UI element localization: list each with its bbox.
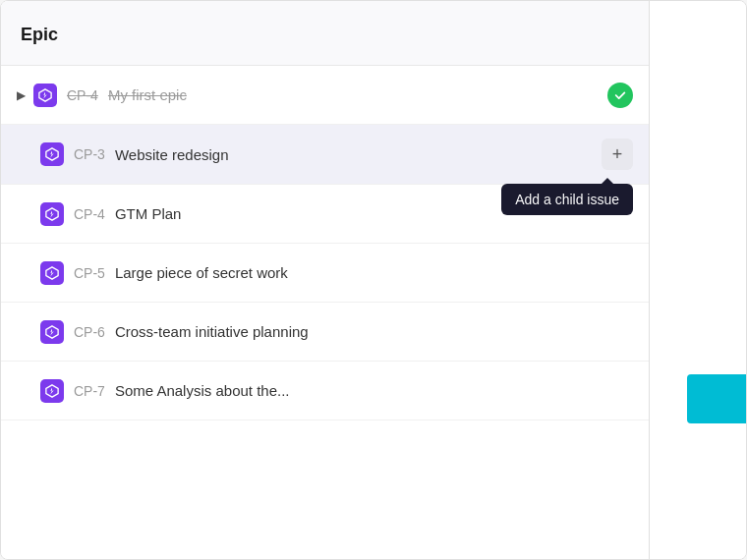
add-child-issue-tooltip: Add a child issue (501, 184, 633, 215)
tooltip-container: Add a child issue (501, 184, 633, 215)
issue-type-icon (40, 320, 64, 344)
issue-type-icon (40, 142, 64, 166)
issue-id: CP-5 (74, 265, 105, 281)
issue-type-icon (40, 202, 64, 226)
issue-id: CP-4 (74, 206, 105, 222)
chevron-icon: ▶ (17, 88, 26, 102)
issue-row-cp7[interactable]: CP-7 Some Analysis about the... (1, 362, 649, 420)
done-badge (607, 83, 633, 108)
page-title: Epic (21, 25, 629, 45)
add-child-issue-button[interactable]: + (602, 139, 633, 170)
header-row: Epic (1, 1, 649, 66)
issue-row-cp5[interactable]: CP-5 Large piece of secret work (1, 244, 649, 303)
issue-type-icon (33, 84, 57, 107)
right-panel (650, 1, 746, 559)
issue-id: CP-3 (74, 146, 105, 162)
issue-list: ▶ CP-4 My first epic (1, 66, 649, 559)
issue-id: CP-6 (74, 324, 105, 340)
issue-row-cp4-parent[interactable]: ▶ CP-4 My first epic (1, 66, 649, 125)
issue-title: My first epic (108, 86, 358, 103)
issue-id: CP-4 (67, 87, 98, 103)
issue-title: Some Analysis about the... (115, 382, 633, 399)
main-panel: Epic ▶ CP-4 My first epic (1, 1, 650, 559)
issue-type-icon (40, 261, 64, 285)
teal-block (687, 374, 746, 423)
issue-row-cp3[interactable]: CP-3 Website redesign + Add a child issu… (1, 125, 649, 185)
page-container: Epic ▶ CP-4 My first epic (0, 0, 747, 560)
issue-title: Website redesign (115, 146, 359, 163)
issue-row-cp6[interactable]: CP-6 Cross-team initiative planning (1, 303, 649, 362)
issue-title: Cross-team initiative planning (115, 323, 633, 340)
issue-id: CP-7 (74, 383, 105, 399)
issue-type-icon (40, 379, 64, 403)
issue-title: Large piece of secret work (115, 264, 633, 281)
